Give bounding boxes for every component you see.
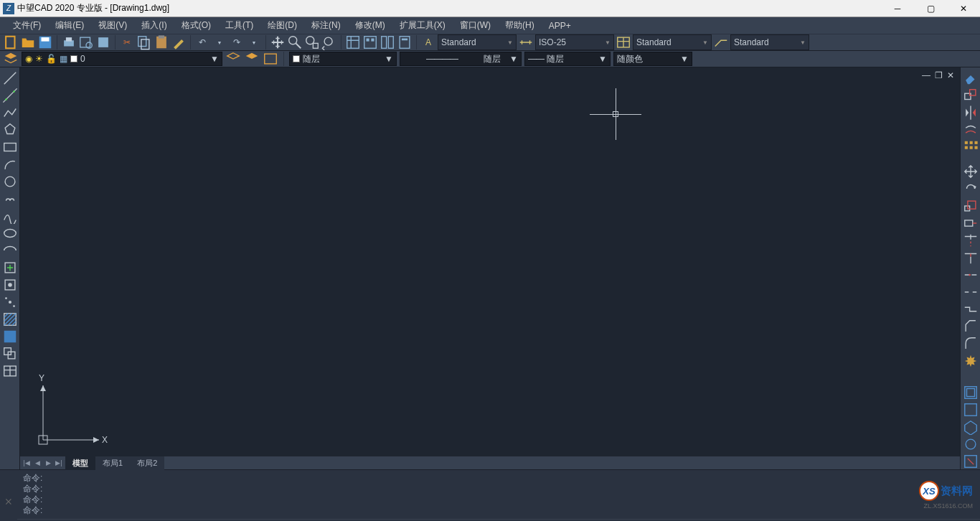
menu-format[interactable]: 格式(O) <box>174 17 218 34</box>
layer-dropdown[interactable]: ◉ ☀ 🔓 ▦ 0 ▼ <box>22 52 222 66</box>
properties-icon[interactable] <box>345 34 361 50</box>
menu-draw[interactable]: 绘图(D) <box>260 17 304 34</box>
spline-icon[interactable] <box>2 208 18 224</box>
lineweight-dropdown[interactable]: —— 随层 ▼ <box>524 52 611 66</box>
design-center-icon[interactable] <box>362 34 378 50</box>
menu-edit[interactable]: 编辑(E) <box>48 17 91 34</box>
zoom-prev-icon[interactable] <box>321 34 337 50</box>
cmd-grip-icon[interactable]: ⨯ <box>0 470 17 521</box>
hatch-icon[interactable] <box>2 311 18 327</box>
new-icon[interactable] <box>3 34 19 50</box>
mleaderstyle-dropdown[interactable]: Standard▼ <box>730 34 809 50</box>
vp-object-icon[interactable] <box>963 436 979 452</box>
minimize-button[interactable]: ─ <box>881 0 914 17</box>
vp-poly-icon[interactable] <box>963 419 979 435</box>
tablestyle-dropdown[interactable]: Standard▼ <box>633 34 712 50</box>
chamfer-icon[interactable] <box>963 319 979 334</box>
break-icon[interactable] <box>963 284 979 300</box>
polyline-icon[interactable] <box>2 105 18 121</box>
gradient-icon[interactable] <box>2 329 18 344</box>
tab-last-icon[interactable]: ▶| <box>54 458 64 468</box>
explode-icon[interactable] <box>963 353 979 369</box>
viewport-icon[interactable] <box>963 385 979 400</box>
color-dropdown[interactable]: 随层 ▼ <box>289 52 397 66</box>
region-icon[interactable] <box>2 346 18 362</box>
circle-icon[interactable] <box>2 174 18 189</box>
fillet-icon[interactable] <box>963 336 979 352</box>
tab-prev-icon[interactable]: ◀ <box>32 458 42 468</box>
match-props-icon[interactable] <box>171 34 187 50</box>
extend-icon[interactable] <box>963 250 979 266</box>
redo-icon[interactable]: ↷ <box>229 34 245 50</box>
xline-icon[interactable] <box>2 88 18 103</box>
vp-clip-icon[interactable] <box>963 454 979 469</box>
print-preview-icon[interactable] <box>78 34 94 50</box>
rectangle-icon[interactable] <box>2 139 18 155</box>
mleaderstyle-icon[interactable] <box>713 34 729 50</box>
menu-insert[interactable]: 插入(I) <box>134 17 174 34</box>
undo-dd-icon[interactable]: ▼ <box>212 34 227 50</box>
trim-icon[interactable] <box>963 233 979 248</box>
menu-file[interactable]: 文件(F) <box>6 17 48 34</box>
layer-state-icon[interactable] <box>263 51 278 67</box>
zoom-realtime-icon[interactable] <box>287 34 303 50</box>
print-icon[interactable] <box>61 34 77 50</box>
doc-close-icon[interactable]: ✕ <box>947 70 954 80</box>
calc-icon[interactable] <box>397 34 413 50</box>
drawing-canvas[interactable]: — ❐ ✕ Y X |◀ ◀ ▶ ▶| 模型 <box>20 67 960 469</box>
insert-block-icon[interactable] <box>2 260 18 276</box>
move-icon[interactable] <box>963 164 979 179</box>
redo-dd-icon[interactable]: ▼ <box>246 34 262 50</box>
cut-icon[interactable]: ✂ <box>119 34 135 50</box>
break-point-icon[interactable] <box>963 267 979 283</box>
textstyle-dropdown[interactable]: Standard▼ <box>438 34 517 50</box>
point-icon[interactable] <box>2 294 18 310</box>
undo-icon[interactable]: ↶ <box>194 34 210 50</box>
vp-single-icon[interactable] <box>963 402 979 418</box>
make-block-icon[interactable] <box>2 277 18 293</box>
join-icon[interactable] <box>963 301 979 317</box>
stretch-icon[interactable] <box>963 215 979 231</box>
close-button[interactable]: ✕ <box>947 0 980 17</box>
zoom-window-icon[interactable] <box>304 34 320 50</box>
scale-icon[interactable] <box>963 198 979 214</box>
dimstyle-dropdown[interactable]: ISO-25▼ <box>535 34 614 50</box>
copy-obj-icon[interactable] <box>963 88 979 103</box>
menu-modify[interactable]: 修改(M) <box>348 17 392 34</box>
tab-first-icon[interactable]: |◀ <box>22 458 32 468</box>
menu-view[interactable]: 视图(V) <box>91 17 134 34</box>
menu-tools[interactable]: 工具(T) <box>218 17 260 34</box>
erase-icon[interactable] <box>963 70 979 86</box>
copy-icon[interactable] <box>136 34 152 50</box>
mirror-icon[interactable] <box>963 105 979 121</box>
tablestyle-icon[interactable] <box>616 34 631 50</box>
linetype-dropdown[interactable]: ———— 随层 ▼ <box>400 52 522 66</box>
open-icon[interactable] <box>20 34 36 50</box>
publish-icon[interactable] <box>95 34 111 50</box>
revcloud-icon[interactable] <box>2 191 18 207</box>
arc-icon[interactable] <box>2 156 18 172</box>
doc-minimize-icon[interactable]: — <box>922 70 930 80</box>
line-icon[interactable] <box>2 70 18 86</box>
tab-layout1[interactable]: 布局1 <box>95 456 130 470</box>
menu-dimension[interactable]: 标注(N) <box>304 17 348 34</box>
paste-icon[interactable] <box>154 34 169 50</box>
layer-manager-icon[interactable] <box>3 51 19 67</box>
doc-restore-icon[interactable]: ❐ <box>935 70 943 80</box>
offset-icon[interactable] <box>963 122 979 138</box>
polygon-icon[interactable] <box>2 122 18 138</box>
menu-express[interactable]: 扩展工具(X) <box>392 17 453 34</box>
rotate-icon[interactable] <box>963 181 979 197</box>
menu-app[interactable]: APP+ <box>542 19 578 33</box>
menu-help[interactable]: 帮助(H) <box>498 17 542 34</box>
ellipse-icon[interactable] <box>2 225 18 241</box>
save-icon[interactable] <box>37 34 53 50</box>
table-icon[interactable] <box>2 363 18 379</box>
textstyle-icon[interactable]: A <box>420 34 436 50</box>
tool-palette-icon[interactable] <box>380 34 395 50</box>
menu-window[interactable]: 窗口(W) <box>453 17 498 34</box>
layer-iso-icon[interactable] <box>244 51 260 67</box>
dimstyle-icon[interactable] <box>518 34 534 50</box>
tab-model[interactable]: 模型 <box>65 456 95 470</box>
tab-layout2[interactable]: 布局2 <box>130 456 164 470</box>
